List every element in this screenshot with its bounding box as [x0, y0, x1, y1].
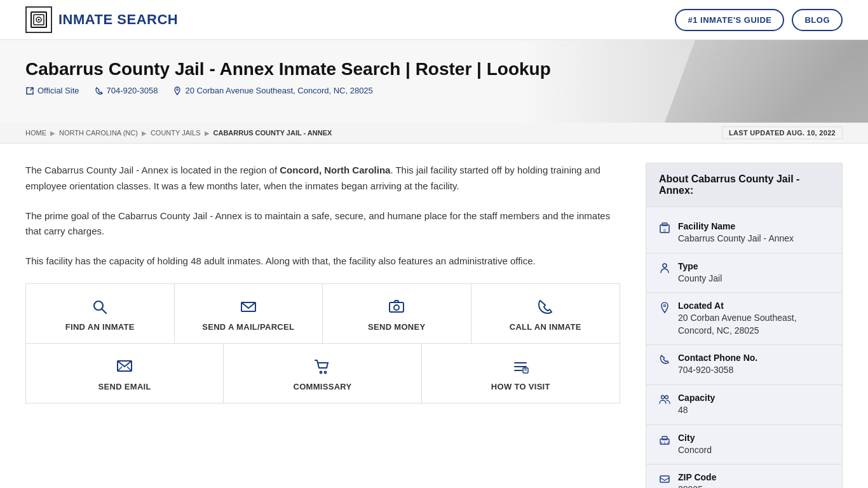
sidebar-body: Facility Name Cabarrus County Jail - Ann… [646, 207, 842, 488]
sidebar-card: About Cabarrus County Jail - Annex: Faci… [646, 163, 843, 488]
phone-value: 704-920-3058 [678, 364, 757, 377]
paragraph-1: The Cabarrus County Jail - Annex is loca… [25, 163, 620, 194]
type-label: Type [678, 261, 722, 271]
facility-name-value: Cabarrus County Jail - Annex [678, 233, 794, 245]
svg-rect-23 [663, 229, 666, 233]
svg-rect-31 [664, 442, 665, 444]
svg-rect-33 [660, 476, 669, 482]
breadcrumb-county-jails[interactable]: COUNTY JAILS [151, 129, 201, 137]
commissary-button[interactable]: COMMISSARY [224, 344, 421, 403]
logo-icon [25, 6, 52, 33]
zip-value: 28025 [678, 484, 716, 488]
breadcrumb: HOME ▶ NORTH CAROLINA (NC) ▶ COUNTY JAIL… [0, 123, 868, 144]
breadcrumb-current: CABARRUS COUNTY JAIL - ANNEX [214, 129, 332, 137]
facility-name-label: Facility Name [678, 221, 794, 231]
bold-location: Concord, North Carolina [280, 165, 390, 175]
capacity-label: Capacity [678, 393, 715, 403]
call-inmate-label: CALL AN INMATE [510, 322, 581, 332]
official-site-label: Official Site [37, 86, 79, 95]
address-item: 20 Corban Avenue Southeast, Concord, NC,… [173, 86, 372, 95]
location-label: Located At [678, 301, 829, 311]
hero-address: 20 Corban Avenue Southeast, Concord, NC,… [185, 86, 372, 95]
phone-label: Contact Phone No. [678, 353, 757, 363]
link-icon [25, 86, 34, 95]
svg-rect-22 [662, 223, 667, 226]
commissary-label: COMMISSARY [293, 382, 351, 391]
breadcrumb-home[interactable]: HOME [25, 129, 46, 137]
svg-point-14 [325, 371, 327, 373]
mail-icon [240, 298, 257, 316]
zip-label: ZIP Code [678, 472, 716, 482]
paragraph-3: This facility has the capacity of holdin… [25, 254, 620, 269]
hero-meta: Official Site 704-920-3058 20 Corban Ave… [25, 86, 843, 95]
svg-point-26 [661, 395, 665, 398]
svg-point-27 [665, 395, 668, 398]
info-row-capacity: Capacity 48 [646, 385, 842, 424]
sidebar: About Cabarrus County Jail - Annex: Faci… [646, 163, 843, 488]
svg-line-11 [118, 367, 122, 371]
main-content: The Cabarrus County Jail - Annex is loca… [0, 144, 868, 488]
svg-point-25 [664, 305, 666, 307]
send-money-label: SEND MONEY [368, 322, 425, 332]
type-value: County Jail [678, 273, 722, 285]
phone-icon-action [536, 298, 554, 316]
phone-icon-hero [95, 86, 104, 95]
logo[interactable]: INMATE SEARCH [25, 6, 178, 33]
info-row-facility: Facility Name Cabarrus County Jail - Ann… [646, 214, 842, 253]
hero-banner: Cabarrus County Jail - Annex Inmate Sear… [0, 40, 868, 123]
city-label: City [678, 433, 712, 443]
svg-point-3 [38, 19, 40, 21]
svg-line-6 [102, 309, 107, 313]
breadcrumb-sep1: ▶ [50, 130, 55, 137]
sidebar-header: About Cabarrus County Jail - Annex: [646, 163, 842, 207]
find-inmate-label: FIND AN INMATE [65, 322, 135, 332]
how-to-visit-label: HOW TO VISIT [491, 382, 550, 391]
call-inmate-button[interactable]: CALL AN INMATE [471, 284, 620, 343]
send-email-label: SEND EMAIL [98, 382, 151, 391]
svg-point-24 [663, 264, 667, 268]
action-grid-row2: SEND EMAIL COMMISSARY [25, 344, 620, 403]
info-row-location: Located At 20 Corban Avenue Southeast, C… [646, 293, 842, 344]
find-inmate-button[interactable]: FIND AN INMATE [26, 284, 175, 343]
how-to-visit-button[interactable]: HOW TO VISIT [422, 344, 620, 403]
svg-point-9 [394, 305, 399, 310]
capacity-value: 48 [678, 404, 715, 417]
svg-rect-32 [667, 442, 668, 444]
list-icon [512, 358, 529, 376]
send-money-button[interactable]: SEND MONEY [323, 284, 471, 343]
people-icon [659, 394, 670, 407]
info-row-city: City Concord [646, 425, 842, 464]
info-row-phone: Contact Phone No. 704-920-3058 [646, 345, 842, 384]
send-mail-button[interactable]: SEND A MAIL/PARCEL [175, 284, 323, 343]
paragraph-2: The prime goal of the Cabarrus County Ja… [25, 208, 620, 240]
svg-point-13 [320, 371, 322, 373]
city-icon [659, 434, 670, 447]
info-row-type: Type County Jail [646, 254, 842, 293]
inmate-guide-button[interactable]: #1 INMATE'S GUIDE [675, 9, 784, 31]
blog-button[interactable]: BLOG [792, 9, 843, 31]
phone-link[interactable]: 704-920-3058 [95, 86, 158, 95]
search-icon [91, 298, 109, 316]
city-value: Concord [678, 444, 712, 457]
location-icon-hero [173, 86, 182, 95]
content-left: The Cabarrus County Jail - Annex is loca… [25, 163, 646, 488]
hero-phone: 704-920-3058 [107, 86, 158, 95]
send-mail-label: SEND A MAIL/PARCEL [202, 322, 294, 332]
send-email-button[interactable]: SEND EMAIL [26, 344, 224, 403]
breadcrumb-sep3: ▶ [205, 130, 210, 137]
action-grid-row1: FIND AN INMATE SEND A MAIL/PARCEL SEND M… [25, 283, 620, 344]
camera-icon [388, 298, 405, 316]
last-updated-badge: LAST UPDATED AUG. 10, 2022 [722, 126, 843, 139]
email-icon [116, 358, 133, 376]
zip-icon [659, 473, 670, 487]
logo-text: INMATE SEARCH [58, 11, 178, 28]
breadcrumb-state[interactable]: NORTH CAROLINA (NC) [59, 129, 138, 137]
breadcrumb-sep2: ▶ [142, 130, 147, 137]
svg-point-4 [177, 88, 178, 90]
official-site-link[interactable]: Official Site [25, 86, 79, 95]
location-icon [659, 302, 670, 315]
building-icon [659, 222, 670, 236]
info-row-zip: ZIP Code 28025 [646, 464, 842, 488]
page-title: Cabarrus County Jail - Annex Inmate Sear… [25, 59, 843, 79]
location-value: 20 Corban Avenue Southeast, Concord, NC,… [678, 312, 829, 337]
